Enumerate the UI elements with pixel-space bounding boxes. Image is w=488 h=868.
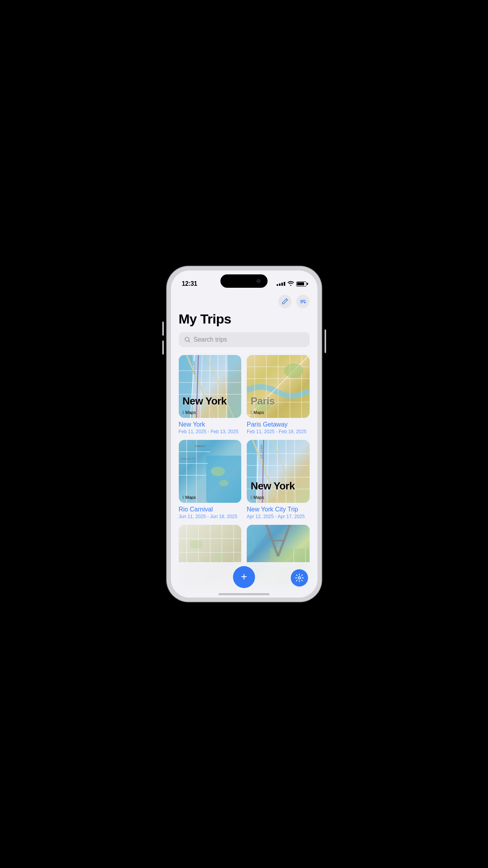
settings-button[interactable] — [291, 569, 308, 587]
map-label-new-york: New York — [183, 396, 227, 406]
gear-icon — [295, 574, 304, 582]
trips-grid: WEST ST New York  Maps New York Feb 11,… — [171, 355, 317, 591]
map-roads-paris — [247, 355, 310, 418]
svg-rect-26 — [206, 456, 241, 503]
apple-maps-badge-4:  Maps — [251, 495, 264, 500]
search-placeholder: Search trips — [194, 336, 227, 343]
signal-icon — [277, 282, 285, 286]
trip-dates-paris: Feb 11, 2025 - Feb 18, 2025 — [247, 429, 310, 434]
trip-dates-nyc-trip: Apr 12, 2025 - Apr 17, 2025 — [247, 514, 310, 519]
trip-name-new-york: New York — [179, 421, 242, 428]
plus-icon: + — [241, 571, 247, 582]
svg-text:Praça XV - Pr: Praça XV - Pr — [180, 458, 195, 460]
map-label-nyc2: New York — [251, 481, 295, 491]
svg-point-28 — [219, 480, 228, 486]
dynamic-island — [220, 274, 268, 288]
page-title: My Trips — [179, 311, 310, 327]
search-bar[interactable]: Search trips — [179, 332, 310, 347]
map-roads-rio: Harbour Praça XV - Pr — [179, 440, 242, 503]
trip-dates-rio: Jun 11, 2025 - Jun 18, 2025 — [179, 514, 242, 519]
trip-map-paris: Paris  Maps — [247, 355, 310, 418]
trip-dates-new-york: Feb 11, 2025 - Feb 13, 2025 — [179, 429, 242, 434]
svg-line-7 — [226, 355, 226, 418]
battery-icon — [296, 281, 306, 287]
svg-rect-36 — [247, 440, 257, 503]
trip-map-rio: Harbour Praça XV - Pr  Maps — [179, 440, 242, 503]
apple-maps-badge-3:  Maps — [183, 495, 196, 500]
camera-dot — [257, 279, 261, 283]
main-content[interactable]: My Trips Search trips — [171, 292, 317, 598]
trip-card-rio[interactable]: Harbour Praça XV - Pr  Maps Rio Carniva… — [179, 440, 242, 519]
map-label-paris: Paris — [251, 396, 275, 406]
volume-down-button[interactable] — [162, 340, 164, 355]
volume-up-button[interactable] — [162, 322, 164, 336]
svg-text:WEST ST: WEST ST — [260, 445, 263, 458]
svg-point-27 — [211, 467, 225, 476]
pencil-icon — [282, 298, 288, 305]
battery-fill — [297, 282, 304, 285]
trip-name-rio: Rio Carnival — [179, 506, 242, 513]
trip-map-nyc2: WEST ST New York  Maps — [247, 440, 310, 503]
svg-line-41 — [295, 440, 295, 503]
sort-icon — [300, 298, 306, 305]
status-icons — [277, 281, 306, 287]
phone-screen: 12:31 — [171, 270, 317, 598]
svg-rect-59 — [190, 541, 202, 548]
map-roads-ny: WEST ST — [179, 355, 242, 418]
apple-maps-badge-1:  Maps — [183, 410, 196, 415]
add-trip-button[interactable]: + — [233, 566, 255, 588]
power-button[interactable] — [325, 329, 326, 353]
trip-map-new-york: WEST ST New York  Maps — [179, 355, 242, 418]
edit-button[interactable] — [278, 295, 292, 308]
phone-frame: 12:31 — [167, 267, 321, 601]
status-time: 12:31 — [182, 280, 197, 287]
wifi-icon — [288, 281, 294, 287]
svg-line-13 — [196, 355, 198, 418]
svg-text:Harbour: Harbour — [195, 445, 205, 447]
status-bar: 12:31 — [171, 270, 317, 292]
trip-card-nyc-trip[interactable]: WEST ST New York  Maps New York City Tr… — [247, 440, 310, 519]
trip-name-paris: Paris Getaway — [247, 421, 310, 428]
apple-maps-badge-2:  Maps — [251, 410, 264, 415]
svg-text:WEST ST: WEST ST — [192, 361, 195, 375]
home-indicator — [218, 593, 270, 595]
bottom-bar: + — [171, 562, 317, 598]
sort-button[interactable] — [296, 295, 310, 308]
trip-name-nyc-trip: New York City Trip — [247, 506, 310, 513]
search-icon — [184, 337, 191, 343]
svg-point-67 — [298, 577, 301, 579]
trip-card-new-york[interactable]: WEST ST New York  Maps New York Feb 11,… — [179, 355, 242, 434]
svg-point-24 — [284, 364, 304, 378]
map-roads-nyc2: WEST ST — [247, 440, 310, 503]
svg-line-47 — [272, 440, 298, 503]
svg-rect-60 — [214, 554, 224, 560]
svg-line-38 — [267, 440, 268, 503]
header-actions — [179, 295, 310, 308]
trip-card-paris[interactable]: Paris  Maps Paris Getaway Feb 11, 2025 … — [247, 355, 310, 434]
header: My Trips — [171, 292, 317, 327]
